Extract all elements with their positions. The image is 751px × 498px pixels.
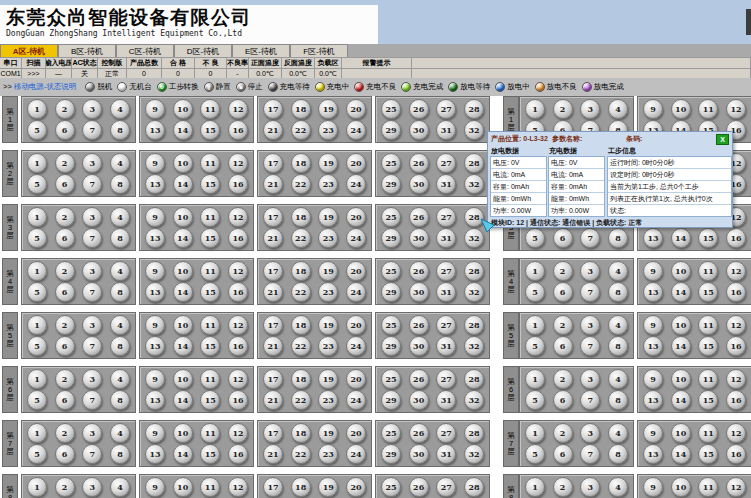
channel-cell[interactable]: 12 (228, 207, 248, 227)
channel-cell[interactable]: 14 (173, 282, 193, 302)
channel-cell[interactable]: 31 (436, 174, 456, 194)
channel-cell[interactable]: 19 (318, 99, 338, 119)
channel-cell[interactable]: 4 (110, 207, 130, 227)
channel-cell[interactable]: 3 (580, 99, 600, 119)
channel-cell[interactable]: 15 (698, 282, 718, 302)
channel-cell[interactable]: 5 (525, 282, 545, 302)
channel-cell[interactable]: 4 (110, 153, 130, 173)
channel-cell[interactable]: 9 (643, 315, 663, 335)
tab-zone-b[interactable]: B区-待机 (58, 44, 116, 57)
channel-cell[interactable]: 24 (346, 282, 366, 302)
channel-cell[interactable]: 30 (409, 282, 429, 302)
channel-cell[interactable]: 9 (145, 315, 165, 335)
channel-cell[interactable]: 25 (381, 315, 401, 335)
channel-cell[interactable]: 14 (173, 444, 193, 464)
channel-cell[interactable]: 10 (173, 315, 193, 335)
channel-cell[interactable]: 22 (291, 120, 311, 140)
tab-zone-a[interactable]: A区-待机 (0, 44, 58, 57)
channel-cell[interactable]: 8 (110, 444, 130, 464)
channel-cell[interactable]: 11 (698, 99, 718, 119)
channel-cell[interactable]: 13 (145, 444, 165, 464)
channel-cell[interactable]: 27 (436, 261, 456, 281)
channel-cell[interactable]: 4 (608, 99, 628, 119)
channel-cell[interactable]: 26 (409, 153, 429, 173)
channel-cell[interactable]: 8 (608, 228, 628, 248)
channel-cell[interactable]: 2 (553, 99, 573, 119)
channel-cell[interactable]: 14 (173, 174, 193, 194)
channel-cell[interactable]: 32 (464, 390, 484, 410)
channel-cell[interactable]: 3 (580, 315, 600, 335)
channel-cell[interactable]: 16 (228, 174, 248, 194)
channel-cell[interactable]: 13 (643, 336, 663, 356)
channel-cell[interactable]: 31 (436, 390, 456, 410)
channel-cell[interactable]: 4 (110, 369, 130, 389)
channel-cell[interactable]: 27 (436, 477, 456, 497)
channel-cell[interactable]: 30 (409, 228, 429, 248)
channel-cell[interactable]: 14 (671, 282, 691, 302)
channel-cell[interactable]: 9 (643, 477, 663, 497)
channel-cell[interactable]: 4 (608, 477, 628, 497)
channel-cell[interactable]: 11 (698, 261, 718, 281)
channel-cell[interactable]: 25 (381, 261, 401, 281)
channel-cell[interactable]: 17 (263, 207, 283, 227)
channel-cell[interactable]: 9 (643, 369, 663, 389)
channel-cell[interactable]: 25 (381, 477, 401, 497)
channel-cell[interactable]: 10 (671, 369, 691, 389)
channel-cell[interactable]: 2 (553, 315, 573, 335)
channel-cell[interactable]: 24 (346, 390, 366, 410)
channel-cell[interactable]: 31 (436, 228, 456, 248)
channel-cell[interactable]: 12 (726, 99, 746, 119)
channel-cell[interactable]: 2 (553, 423, 573, 443)
channel-cell[interactable]: 19 (318, 315, 338, 335)
channel-cell[interactable]: 18 (291, 99, 311, 119)
channel-cell[interactable]: 7 (82, 282, 102, 302)
channel-cell[interactable]: 3 (82, 477, 102, 497)
channel-cell[interactable]: 12 (228, 153, 248, 173)
channel-cell[interactable]: 11 (698, 315, 718, 335)
channel-cell[interactable]: 12 (726, 423, 746, 443)
channel-cell[interactable]: 26 (409, 207, 429, 227)
channel-cell[interactable]: 6 (55, 336, 75, 356)
channel-cell[interactable]: 13 (145, 282, 165, 302)
channel-cell[interactable]: 8 (110, 390, 130, 410)
channel-cell[interactable]: 3 (82, 207, 102, 227)
channel-cell[interactable]: 15 (200, 120, 220, 140)
channel-cell[interactable]: 4 (608, 261, 628, 281)
channel-cell[interactable]: 13 (643, 228, 663, 248)
channel-cell[interactable]: 8 (608, 390, 628, 410)
channel-cell[interactable]: 2 (553, 369, 573, 389)
channel-cell[interactable]: 21 (263, 390, 283, 410)
channel-cell[interactable]: 18 (291, 261, 311, 281)
channel-cell[interactable]: 25 (381, 207, 401, 227)
channel-cell[interactable]: 11 (200, 477, 220, 497)
channel-cell[interactable]: 19 (318, 261, 338, 281)
channel-cell[interactable]: 12 (726, 315, 746, 335)
channel-cell[interactable]: 12 (228, 315, 248, 335)
channel-cell[interactable]: 13 (145, 336, 165, 356)
channel-cell[interactable]: 10 (173, 477, 193, 497)
tab-zone-d[interactable]: D区-待机 (174, 44, 232, 57)
channel-cell[interactable]: 1 (525, 315, 545, 335)
channel-cell[interactable]: 17 (263, 99, 283, 119)
channel-cell[interactable]: 26 (409, 315, 429, 335)
channel-cell[interactable]: 7 (580, 228, 600, 248)
channel-cell[interactable]: 19 (318, 369, 338, 389)
channel-cell[interactable]: 3 (82, 423, 102, 443)
channel-cell[interactable]: 3 (580, 477, 600, 497)
channel-cell[interactable]: 1 (525, 369, 545, 389)
channel-cell[interactable]: 15 (200, 390, 220, 410)
channel-cell[interactable]: 17 (263, 423, 283, 443)
tab-zone-f[interactable]: F区-待机 (290, 44, 348, 57)
channel-cell[interactable]: 12 (726, 261, 746, 281)
channel-cell[interactable]: 5 (27, 120, 47, 140)
channel-cell[interactable]: 10 (173, 369, 193, 389)
channel-cell[interactable]: 4 (608, 315, 628, 335)
channel-cell[interactable]: 6 (553, 444, 573, 464)
channel-cell[interactable]: 22 (291, 282, 311, 302)
channel-cell[interactable]: 27 (436, 153, 456, 173)
channel-cell[interactable]: 2 (55, 315, 75, 335)
channel-cell[interactable]: 32 (464, 282, 484, 302)
channel-cell[interactable]: 21 (263, 444, 283, 464)
channel-cell[interactable]: 20 (346, 99, 366, 119)
channel-cell[interactable]: 9 (145, 207, 165, 227)
